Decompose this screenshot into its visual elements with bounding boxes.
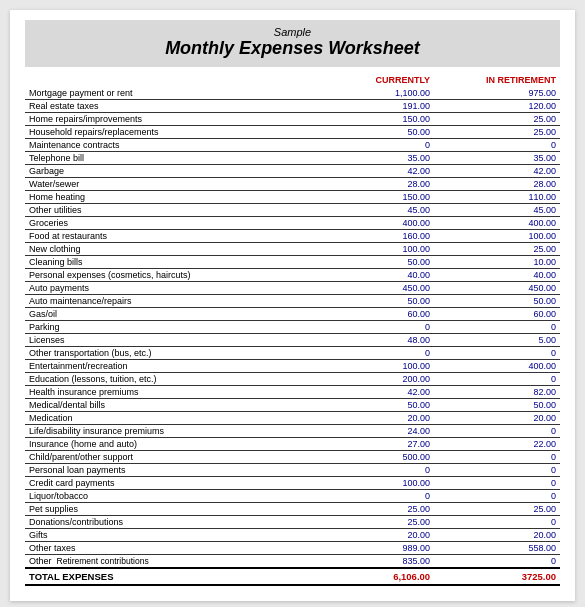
row-currently: 27.00 — [308, 438, 434, 451]
col-label — [25, 73, 308, 87]
table-row: Telephone bill35.0035.00 — [25, 152, 560, 165]
page: Sample Monthly Expenses Worksheet CURREN… — [10, 10, 575, 601]
row-retirement: 45.00 — [434, 204, 560, 217]
row-currently: 42.00 — [308, 165, 434, 178]
row-retirement: 0 — [434, 464, 560, 477]
row-retirement: 28.00 — [434, 178, 560, 191]
row-retirement: 0 — [434, 373, 560, 386]
row-currently: 1,100.00 — [308, 87, 434, 100]
row-retirement: 120.00 — [434, 100, 560, 113]
row-retirement: 22.00 — [434, 438, 560, 451]
row-retirement: 450.00 — [434, 282, 560, 295]
table-row: Home heating150.00110.00 — [25, 191, 560, 204]
row-currently: 160.00 — [308, 230, 434, 243]
row-label: New clothing — [25, 243, 308, 256]
row-retirement: 975.00 — [434, 87, 560, 100]
sample-label: Sample — [35, 26, 550, 38]
worksheet-title: Monthly Expenses Worksheet — [35, 38, 550, 59]
row-currently: 24.00 — [308, 425, 434, 438]
row-retirement: 0 — [434, 139, 560, 152]
table-row: Liquor/tobacco00 — [25, 490, 560, 503]
table-row: New clothing100.0025.00 — [25, 243, 560, 256]
row-label: Auto maintenance/repairs — [25, 295, 308, 308]
row-currently: 200.00 — [308, 373, 434, 386]
row-label: TOTAL EXPENSES — [25, 568, 308, 585]
row-label: Food at restaurants — [25, 230, 308, 243]
row-currently: 28.00 — [308, 178, 434, 191]
table-row: Home repairs/improvements150.0025.00 — [25, 113, 560, 126]
row-label: Water/sewer — [25, 178, 308, 191]
table-row: Health insurance premiums42.0082.00 — [25, 386, 560, 399]
row-label: Groceries — [25, 217, 308, 230]
row-currently: 40.00 — [308, 269, 434, 282]
row-label: Other Retirement contributions — [25, 555, 308, 569]
row-currently: 0 — [308, 139, 434, 152]
table-row: Gifts20.0020.00 — [25, 529, 560, 542]
table-row: Food at restaurants160.00100.00 — [25, 230, 560, 243]
row-label: Entertainment/recreation — [25, 360, 308, 373]
row-label: Licenses — [25, 334, 308, 347]
row-retirement: 400.00 — [434, 360, 560, 373]
row-label: Real estate taxes — [25, 100, 308, 113]
table-row: Maintenance contracts00 — [25, 139, 560, 152]
row-currently: 191.00 — [308, 100, 434, 113]
row-currently: 0 — [308, 347, 434, 360]
row-label: Medical/dental bills — [25, 399, 308, 412]
row-label: Cleaning bills — [25, 256, 308, 269]
row-label: Health insurance premiums — [25, 386, 308, 399]
table-row: Mortgage payment or rent1,100.00975.00 — [25, 87, 560, 100]
row-retirement: 25.00 — [434, 113, 560, 126]
row-retirement: 558.00 — [434, 542, 560, 555]
table-row: Other utilities45.0045.00 — [25, 204, 560, 217]
row-currently: 150.00 — [308, 191, 434, 204]
row-retirement: 0 — [434, 425, 560, 438]
row-label: Gas/oil — [25, 308, 308, 321]
row-retirement: 25.00 — [434, 243, 560, 256]
row-currently: 400.00 — [308, 217, 434, 230]
row-currently: 50.00 — [308, 295, 434, 308]
row-retirement: 20.00 — [434, 529, 560, 542]
row-retirement: 40.00 — [434, 269, 560, 282]
row-currently: 42.00 — [308, 386, 434, 399]
row-currently: 25.00 — [308, 503, 434, 516]
table-row: Medical/dental bills50.0050.00 — [25, 399, 560, 412]
row-retirement: 0 — [434, 516, 560, 529]
row-retirement: 60.00 — [434, 308, 560, 321]
row-retirement: 10.00 — [434, 256, 560, 269]
row-label: Home repairs/improvements — [25, 113, 308, 126]
row-currently: 100.00 — [308, 243, 434, 256]
row-currently: 45.00 — [308, 204, 434, 217]
column-headers: CURRENTLY IN RETIREMENT — [25, 73, 560, 87]
row-currently: 100.00 — [308, 477, 434, 490]
table-row: Auto payments450.00450.00 — [25, 282, 560, 295]
row-currently: 0 — [308, 464, 434, 477]
row-currently: 25.00 — [308, 516, 434, 529]
row-label: Credit card payments — [25, 477, 308, 490]
table-row: Auto maintenance/repairs50.0050.00 — [25, 295, 560, 308]
table-row: Real estate taxes191.00120.00 — [25, 100, 560, 113]
row-currently: 50.00 — [308, 256, 434, 269]
row-currently: 35.00 — [308, 152, 434, 165]
row-retirement: 0 — [434, 477, 560, 490]
table-row: Personal expenses (cosmetics, haircuts)4… — [25, 269, 560, 282]
row-label: Parking — [25, 321, 308, 334]
row-retirement: 35.00 — [434, 152, 560, 165]
row-label: Medication — [25, 412, 308, 425]
table-row: Garbage42.0042.00 — [25, 165, 560, 178]
col-retirement: IN RETIREMENT — [434, 73, 560, 87]
row-currently: 50.00 — [308, 126, 434, 139]
table-row: Child/parent/other support500.000 — [25, 451, 560, 464]
row-label: Telephone bill — [25, 152, 308, 165]
row-currently: 0 — [308, 490, 434, 503]
row-currently: 0 — [308, 321, 434, 334]
row-label: Education (lessons, tuition, etc.) — [25, 373, 308, 386]
table-row: Licenses48.005.00 — [25, 334, 560, 347]
table-row: Parking00 — [25, 321, 560, 334]
row-currently: 20.00 — [308, 529, 434, 542]
row-retirement: 42.00 — [434, 165, 560, 178]
table-row: Medication20.0020.00 — [25, 412, 560, 425]
row-label: Maintenance contracts — [25, 139, 308, 152]
row-label: Liquor/tobacco — [25, 490, 308, 503]
row-label: Life/disability insurance premiums — [25, 425, 308, 438]
row-retirement: 0 — [434, 321, 560, 334]
